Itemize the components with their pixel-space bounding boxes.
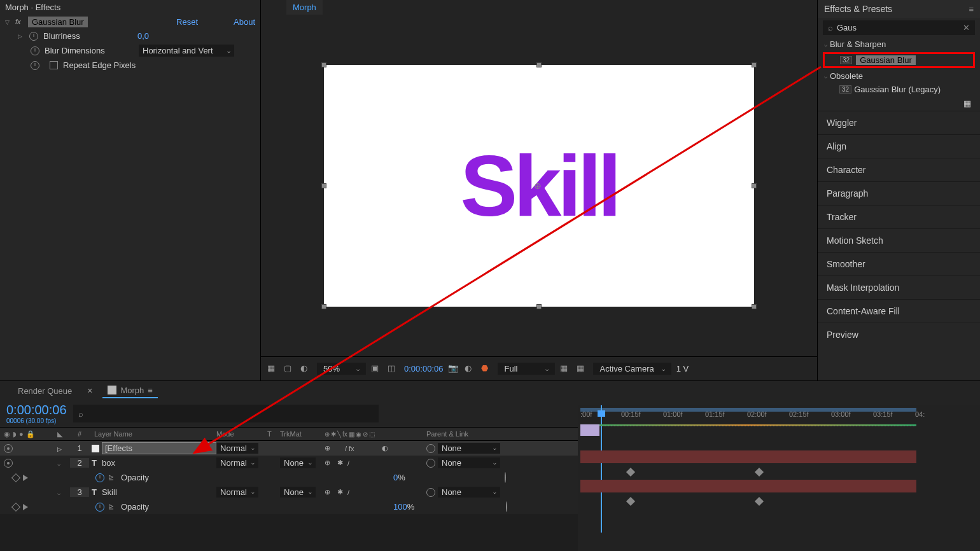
toggle-alpha-icon[interactable]: ▦	[267, 363, 279, 375]
selection-handle[interactable]	[321, 304, 326, 309]
zoom-dropdown[interactable]: 50%⌵	[317, 363, 366, 375]
panel-content-aware-fill[interactable]: Content-Aware Fill	[818, 299, 980, 323]
pickwhip-icon[interactable]	[505, 472, 506, 483]
resolution-icon[interactable]: ▣	[371, 363, 382, 375]
stopwatch-active-icon[interactable]	[95, 473, 104, 482]
color-mgmt-icon[interactable]: ⬣	[481, 363, 493, 375]
switch-icon[interactable]: ✱	[331, 431, 336, 438]
switch-icon[interactable]: fx	[342, 431, 347, 438]
keyframe-icon[interactable]	[626, 497, 635, 506]
layer-name[interactable]: box	[102, 458, 115, 468]
selection-handle[interactable]	[536, 304, 542, 309]
effect-gaussian-blur-legacy[interactable]: 32 Gaussian Blur (Legacy)	[818, 83, 980, 96]
selection-handle[interactable]	[752, 183, 757, 188]
fast-preview-icon[interactable]: ▦	[560, 363, 571, 375]
viewer-tab-morph[interactable]: Morph	[286, 0, 323, 15]
graph-icon[interactable]: ⊵	[108, 503, 117, 512]
label-col-icon[interactable]: ◣	[57, 430, 62, 438]
panel-mask-interpolation[interactable]: Mask Interpolation	[818, 276, 980, 299]
tab-menu-icon[interactable]: ≡	[148, 386, 153, 395]
panel-preview[interactable]: Preview	[818, 323, 980, 346]
switch-icon[interactable]: ⊕	[325, 431, 330, 438]
toggle-transparency-icon[interactable]: ▢	[284, 363, 295, 375]
prev-keyframe-icon[interactable]	[11, 473, 20, 482]
selection-handle[interactable]	[536, 62, 542, 67]
switch-icon[interactable]: ◉	[356, 431, 361, 438]
panel-motion-sketch[interactable]: Motion Sketch	[818, 228, 980, 252]
parent-dropdown[interactable]: None⌵	[438, 487, 500, 498]
next-keyframe-icon[interactable]	[23, 475, 28, 481]
tab-render-queue[interactable]: Render Queue	[13, 384, 77, 398]
blend-mode-dropdown[interactable]: Normal⌵	[216, 443, 258, 454]
panel-wiggler[interactable]: Wiggler	[818, 111, 980, 134]
view-layout[interactable]: 1 V	[676, 364, 689, 373]
repeat-edge-checkbox[interactable]	[50, 61, 58, 69]
prev-keyframe-icon[interactable]	[11, 502, 20, 511]
trkmat-dropdown[interactable]: None⌵	[280, 457, 316, 468]
blend-mode-dropdown[interactable]: Normal⌵	[216, 487, 258, 498]
toggle-mask-icon[interactable]: ◐	[300, 363, 312, 375]
pickwhip-icon[interactable]	[426, 488, 435, 497]
about-button[interactable]: About	[234, 17, 255, 27]
clear-search-icon[interactable]: ✕	[963, 23, 970, 32]
collapse-arrow-icon[interactable]: ▽	[5, 19, 10, 25]
parent-dropdown[interactable]: None⌵	[438, 443, 500, 454]
selection-handle[interactable]	[321, 62, 326, 67]
stopwatch-icon[interactable]	[31, 46, 39, 55]
parent-dropdown[interactable]: None⌵	[438, 457, 500, 468]
expand-arrow-icon[interactable]: ▷	[18, 33, 22, 39]
layer-name[interactable]: Skill	[102, 487, 117, 497]
resolution-dropdown[interactable]: Full⌵	[498, 363, 555, 375]
stopwatch-active-icon[interactable]	[95, 503, 104, 512]
switch-icon[interactable]: ▦	[349, 431, 354, 438]
pickwhip-icon[interactable]	[426, 444, 435, 453]
panel-menu-icon[interactable]: ≡	[969, 4, 974, 14]
timeline-graph[interactable]: :00f 00:15f 01:00f 01:15f 02:00f 02:15f …	[578, 405, 980, 551]
video-col-icon[interactable]: ◉	[4, 430, 10, 438]
close-tab-icon[interactable]: ×	[87, 386, 92, 396]
expand-arrow-icon[interactable]: ▷	[57, 446, 62, 452]
canvas[interactable]: Skill ⊕	[261, 15, 817, 356]
timeline-timecode[interactable]: 0:00:00:06	[6, 403, 67, 417]
tree-category-blur[interactable]: ⌵ Blur & Sharpen	[818, 38, 980, 51]
reset-button[interactable]: Reset	[176, 17, 198, 27]
effect-gaussian-blur-highlighted[interactable]: 32 Gaussian Blur	[823, 52, 975, 68]
expand-arrow-icon[interactable]: ⌵	[57, 490, 60, 496]
selection-handle[interactable]	[752, 304, 757, 309]
time-ruler[interactable]: :00f 00:15f 01:00f 01:15f 02:00f 02:15f …	[578, 405, 980, 423]
pickwhip-icon[interactable]	[506, 501, 507, 512]
tab-morph-comp[interactable]: Morph ≡	[102, 384, 157, 398]
toggle-grid-icon[interactable]: ▦	[577, 363, 588, 375]
tree-category-obsolete[interactable]: ⌵ Obsolete	[818, 69, 980, 83]
new-bin-icon[interactable]: ▦	[963, 99, 971, 108]
blur-dimensions-dropdown[interactable]: Horizontal and Vert⌵	[139, 45, 234, 57]
snapshot-icon[interactable]: 📷	[448, 363, 459, 375]
keyframe-icon[interactable]	[755, 497, 764, 506]
selection-handle[interactable]	[752, 62, 757, 67]
stopwatch-icon[interactable]	[29, 32, 38, 41]
show-channel-icon[interactable]: ◐	[465, 363, 476, 375]
trkmat-dropdown[interactable]: None⌵	[280, 487, 316, 498]
panel-tracker[interactable]: Tracker	[818, 205, 980, 228]
effects-search-input[interactable]	[837, 23, 959, 32]
stopwatch-icon[interactable]	[31, 61, 39, 70]
selection-handle[interactable]	[321, 183, 326, 188]
fx-icon[interactable]: fx	[15, 18, 24, 27]
solo-col-icon[interactable]: ●	[19, 430, 24, 438]
layer-bar[interactable]	[580, 424, 916, 426]
blurriness-value[interactable]: 0,0	[137, 31, 149, 41]
layer-bar[interactable]	[580, 450, 916, 463]
eye-icon[interactable]	[4, 459, 13, 468]
timeline-search[interactable]: ⌕	[73, 405, 379, 422]
switch-icon[interactable]: ╲	[337, 431, 341, 438]
pickwhip-icon[interactable]	[426, 459, 435, 468]
region-icon[interactable]: ◫	[388, 363, 399, 375]
graph-icon[interactable]: ⊵	[108, 473, 117, 482]
next-keyframe-icon[interactable]	[23, 504, 28, 510]
panel-smoother[interactable]: Smoother	[818, 252, 980, 276]
keyframe-icon[interactable]	[755, 468, 764, 477]
layer-bar-start[interactable]	[580, 424, 599, 436]
blend-mode-dropdown[interactable]: Normal⌵	[216, 457, 258, 468]
audio-col-icon[interactable]: ◗	[13, 430, 17, 438]
switch-icon[interactable]: ⊘	[363, 431, 368, 438]
